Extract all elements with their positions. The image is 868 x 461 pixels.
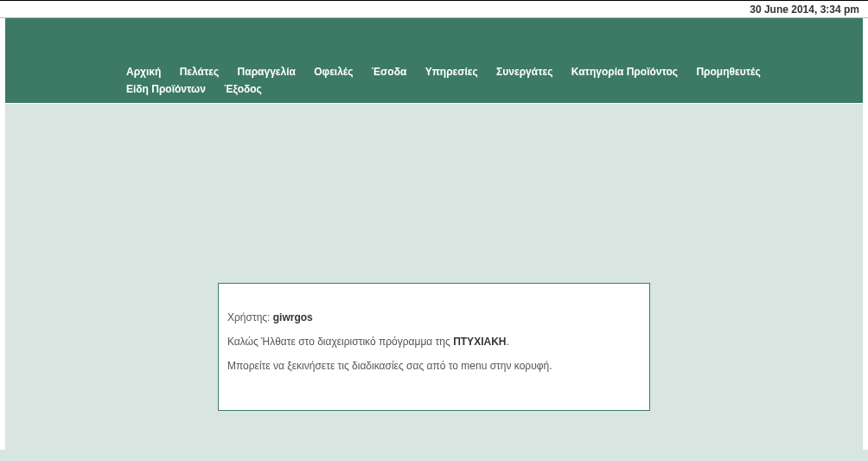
welcome-text-c: . bbox=[506, 336, 508, 348]
main-nav: Αρχική Πελάτες Παραγγελία Οφειλές Έσοδα … bbox=[118, 63, 861, 98]
nav-customers[interactable]: Πελάτες bbox=[180, 63, 220, 80]
nav-home[interactable]: Αρχική bbox=[126, 63, 161, 80]
nav-services[interactable]: Υπηρεσίες bbox=[425, 63, 478, 80]
nav-partners[interactable]: Συνεργάτες bbox=[496, 63, 552, 80]
instruction-line: Μπορείτε να ξεκινήσετε τις διαδικασίες σ… bbox=[227, 360, 641, 372]
welcome-line: Καλώς Ήλθατε στο διαχειριστικό πρόγραμμα… bbox=[227, 336, 641, 348]
nav-product-types[interactable]: Είδη Προϊόντων bbox=[126, 80, 206, 98]
user-line: Χρήστης: giwrgos bbox=[227, 311, 641, 323]
top-date-bar: 30 June 2014, 3:34 pm bbox=[0, 0, 868, 18]
nav-product-category[interactable]: Κατηγορία Προϊόντος bbox=[571, 63, 678, 80]
datetime-text: 30 June 2014, 3:34 pm bbox=[750, 3, 859, 16]
nav-suppliers[interactable]: Προμηθευτές bbox=[696, 63, 760, 80]
nav-debts[interactable]: Οφειλές bbox=[314, 63, 353, 80]
content-area: Χρήστης: giwrgos Καλώς Ήλθατε στο διαχει… bbox=[0, 104, 868, 450]
nav-logout[interactable]: Έξοδος bbox=[224, 80, 262, 98]
welcome-box: Χρήστης: giwrgos Καλώς Ήλθατε στο διαχει… bbox=[218, 283, 650, 411]
header-banner: Αρχική Πελάτες Παραγγελία Οφειλές Έσοδα … bbox=[0, 18, 868, 104]
nav-order[interactable]: Παραγγελία bbox=[238, 63, 296, 80]
username: giwrgos bbox=[273, 311, 313, 323]
user-label: Χρήστης: bbox=[227, 311, 273, 323]
nav-income[interactable]: Έσοδα bbox=[372, 63, 406, 80]
welcome-text-a: Καλώς Ήλθατε στο διαχειριστικό πρόγραμμα… bbox=[227, 336, 453, 348]
welcome-text-b: ΠΤΥΧΙΑΚΗ bbox=[453, 336, 506, 348]
